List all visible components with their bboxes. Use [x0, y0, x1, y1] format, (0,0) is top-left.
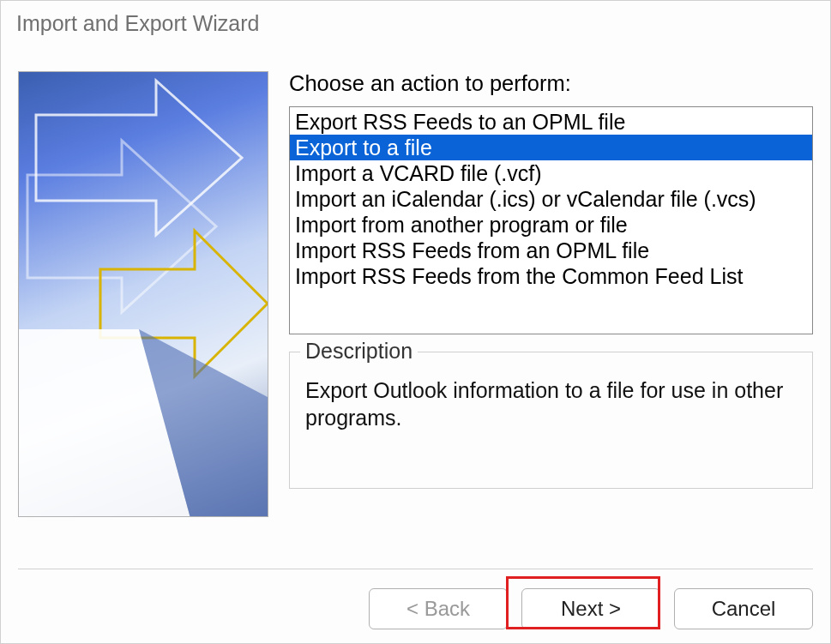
list-item[interactable]: Import RSS Feeds from an OPML file — [290, 238, 812, 263]
list-item[interactable]: Export to a file — [290, 135, 812, 160]
right-pane: Choose an action to perform: Export RSS … — [289, 71, 813, 557]
arrow-graphic-icon — [19, 72, 268, 517]
footer-separator — [18, 569, 813, 569]
description-group: Description Export Outlook information t… — [289, 352, 813, 489]
description-text: Export Outlook information to a file for… — [305, 376, 797, 431]
action-prompt-label: Choose an action to perform: — [289, 71, 813, 96]
back-button: < Back — [369, 588, 508, 629]
window-title: Import and Export Wizard — [1, 1, 830, 49]
action-listbox[interactable]: Export RSS Feeds to an OPML file Export … — [289, 106, 813, 334]
description-legend: Description — [300, 339, 418, 364]
next-button[interactable]: Next > — [521, 588, 660, 629]
list-item[interactable]: Import from another program or file — [290, 212, 812, 238]
wizard-window: Import and Export Wizard Choose an actio… — [0, 0, 831, 644]
content-area: Choose an action to perform: Export RSS … — [18, 71, 813, 557]
list-item[interactable]: Import a VCARD file (.vcf) — [290, 160, 812, 186]
list-item[interactable]: Import an iCalendar (.ics) or vCalendar … — [290, 186, 812, 212]
list-item[interactable]: Import RSS Feeds from the Common Feed Li… — [290, 263, 812, 289]
cancel-button[interactable]: Cancel — [674, 588, 813, 629]
footer-buttons: < Back Next > Cancel — [355, 588, 813, 629]
list-item[interactable]: Export RSS Feeds to an OPML file — [290, 109, 812, 135]
wizard-graphic — [18, 71, 268, 517]
